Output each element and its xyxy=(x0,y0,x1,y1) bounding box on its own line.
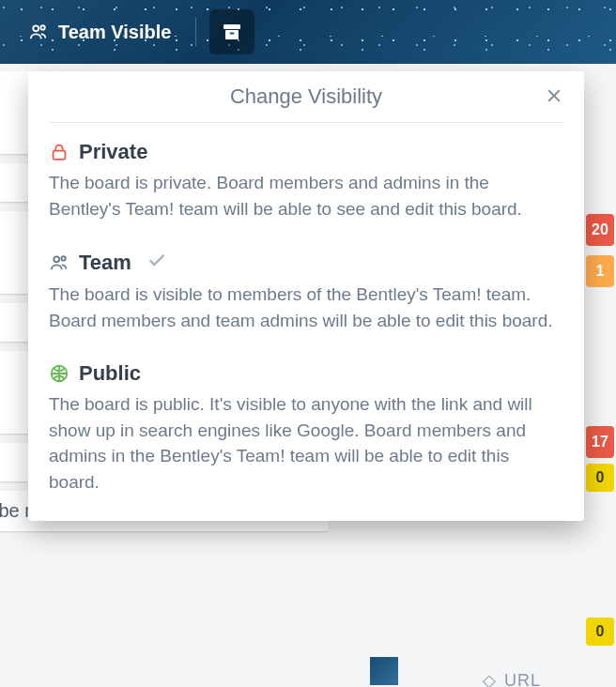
visibility-button[interactable]: Team Visible xyxy=(17,16,182,49)
avatar[interactable] xyxy=(370,657,398,685)
option-description: The board is visible to members of the B… xyxy=(49,282,563,333)
change-visibility-popover: Change Visibility Private The board is p… xyxy=(28,71,584,521)
archive-icon xyxy=(221,21,243,43)
label-badge[interactable]: 0 xyxy=(586,618,614,646)
label-badge[interactable]: 17 xyxy=(586,426,614,458)
svg-rect-3 xyxy=(225,30,239,39)
team-icon xyxy=(28,22,49,42)
check-icon xyxy=(146,250,167,276)
option-description: The board is private. Board members and … xyxy=(49,170,563,221)
lock-icon xyxy=(49,142,69,162)
popover-header: Change Visibility xyxy=(49,84,563,123)
svg-point-6 xyxy=(54,256,59,262)
option-title: Team xyxy=(79,251,131,275)
svg-rect-2 xyxy=(223,24,240,29)
option-description: The board is public. It's visible to any… xyxy=(49,391,563,495)
svg-point-1 xyxy=(40,25,44,29)
team-icon xyxy=(49,252,69,273)
visibility-button-label: Team Visible xyxy=(58,22,171,43)
svg-rect-4 xyxy=(230,33,235,35)
option-title: Private xyxy=(79,140,147,164)
svg-point-7 xyxy=(61,256,65,260)
visibility-option-private[interactable]: Private The board is private. Board memb… xyxy=(49,140,563,221)
label-badge[interactable]: 20 xyxy=(586,214,614,246)
popover-title: Change Visibility xyxy=(230,84,382,108)
header-divider xyxy=(195,18,196,46)
svg-point-0 xyxy=(33,25,38,31)
label-badge[interactable]: 1 xyxy=(586,255,614,287)
close-button[interactable] xyxy=(545,86,563,109)
board-header: Team Visible xyxy=(0,0,616,64)
visibility-option-public[interactable]: Public The board is public. It's visible… xyxy=(49,361,563,495)
svg-rect-5 xyxy=(54,151,66,160)
url-label: ◇URL xyxy=(483,670,541,687)
visibility-option-team[interactable]: Team The board is visible to members of … xyxy=(49,250,563,333)
close-icon xyxy=(545,86,563,105)
option-title: Public xyxy=(79,361,141,386)
globe-icon xyxy=(49,363,69,384)
label-badge[interactable]: 0 xyxy=(586,464,614,492)
archive-button[interactable] xyxy=(209,9,254,54)
